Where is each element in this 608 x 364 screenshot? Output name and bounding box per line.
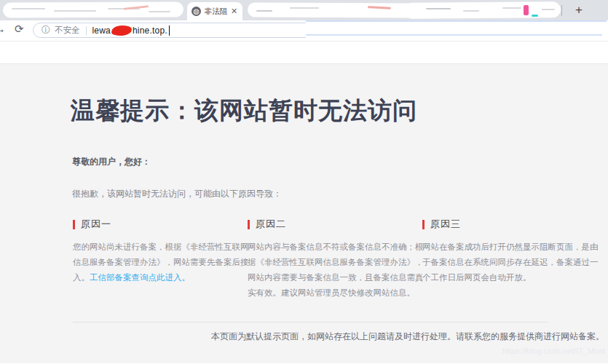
- reason-one-card: 原因一 您的网站尚未进行备案，根据《非经营性互联网信息服务备案管理办法》，网站需…: [73, 218, 248, 301]
- footer-divider: [73, 322, 548, 323]
- redaction-scribble: [149, 11, 170, 12]
- reason-one-title: 原因一: [81, 218, 111, 231]
- reason-three-card: 原因三 网站在备案成功后打开仍然显示阻断页面，是由于备案信息在系统间同步存在延迟…: [422, 218, 597, 301]
- redaction-scribble: [524, 5, 529, 15]
- miit-beian-link[interactable]: 工信部备案查询点此进入。: [90, 273, 190, 282]
- tab-close-icon[interactable]: ✕: [231, 7, 237, 16]
- redaction-scribble: [248, 2, 415, 17]
- redaction-scribble: [463, 10, 479, 12]
- forward-icon[interactable]: →: [0, 23, 6, 36]
- url-redaction-scribble: [111, 25, 133, 36]
- red-accent-bar: [248, 220, 250, 229]
- redaction-scribble: [12, 8, 45, 9]
- active-tab[interactable]: ◍ 非法阻 ✕: [187, 2, 242, 20]
- red-accent-bar: [73, 220, 75, 229]
- reason-two-body: 网站内容与备案信息不符或备案信息不准确；根据《非经营性互联网信息服务备案管理办法…: [248, 240, 425, 301]
- greeting-text: 尊敬的用户，您好：: [72, 156, 151, 168]
- reload-icon[interactable]: ⟳: [15, 23, 24, 36]
- reason-two-title: 原因二: [256, 218, 286, 231]
- notice-panel: 温馨提示：该网站暂时无法访问 尊敬的用户，您好： 很抱歉，该网站暂时无法访问，可…: [0, 63, 608, 363]
- url-text-suffix: hine.top.: [133, 25, 167, 36]
- reason-two-card: 原因二 网站内容与备案信息不符或备案信息不准确；根据《非经营性互联网信息服务备案…: [248, 218, 422, 301]
- info-icon[interactable]: ⓘ: [42, 24, 50, 36]
- redaction-scribble: [54, 10, 96, 12]
- redaction-scribble: [532, 15, 538, 17]
- active-tab-title: 非法阻: [205, 7, 229, 17]
- not-secure-label: 不安全: [55, 25, 80, 36]
- url-text-prefix: lewa: [92, 25, 111, 36]
- reason-columns: 原因一 您的网站尚未进行备案，根据《非经营性互联网信息服务备案管理办法》，网站需…: [73, 218, 597, 301]
- csdn-watermark: https://blog.csdn.net/IT_Most: [502, 347, 605, 355]
- footer-text: 本页面为默认提示页面，如网站存在以上问题请及时进行处理。请联系您的服务提供商进行…: [73, 331, 604, 343]
- globe-favicon-icon: ◍: [192, 7, 201, 16]
- redaction-scribble: [542, 9, 555, 10]
- red-accent-bar: [422, 220, 425, 229]
- reason-three-title: 原因三: [430, 218, 461, 231]
- omnibox-divider: [86, 26, 87, 35]
- intro-text: 很抱歉，该网站暂时无法访问，可能由以下原因导致：: [72, 188, 282, 200]
- browser-tab-bar: ◍ 非法阻 ✕ +: [0, 0, 608, 20]
- browser-toolbar: → ⟳ ⓘ 不安全 lewa hine.top.: [0, 20, 608, 41]
- new-tab-button[interactable]: +: [570, 1, 588, 19]
- text-cursor: [169, 25, 170, 36]
- reason-one-body: 您的网站尚未进行备案，根据《非经营性互联网信息服务备案管理办法》，网站需要先备案…: [73, 240, 250, 285]
- redaction-scribble: [426, 8, 451, 9]
- tab-separator: [561, 5, 562, 16]
- page-content: 温馨提示：该网站暂时无法访问 尊敬的用户，您好： 很抱歉，该网站暂时无法访问，可…: [0, 41, 608, 363]
- redaction-scribble: [502, 7, 521, 9]
- redaction-scribble: [306, 20, 607, 39]
- reason-three-body: 网站在备案成功后打开仍然显示阻断页面，是由于备案信息在系统间同步存在延迟，备案通…: [422, 240, 599, 285]
- redaction-scribble: [290, 7, 319, 9]
- redaction-scribble: [256, 10, 272, 12]
- page-title: 温馨提示：该网站暂时无法访问: [71, 95, 417, 127]
